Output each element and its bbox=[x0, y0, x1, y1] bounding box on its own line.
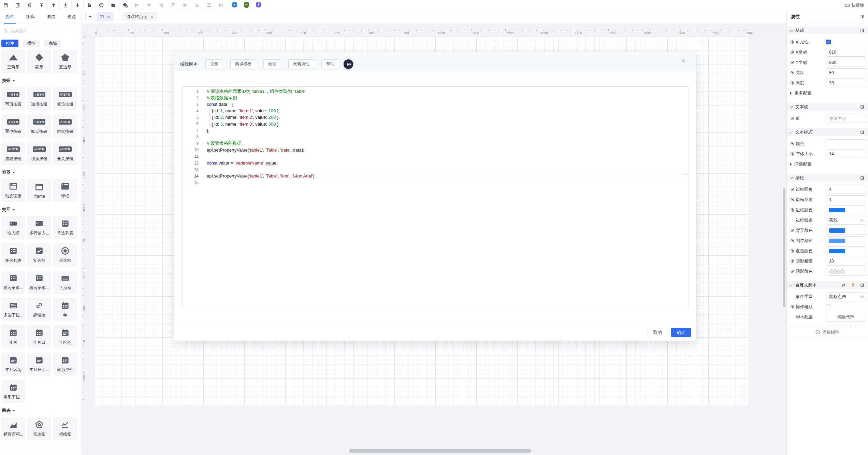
left-tab-图层[interactable]: 图层 bbox=[41, 14, 61, 20]
code-line-9[interactable]: 9// 设置表格的数据 bbox=[183, 140, 689, 147]
color-背景颜色[interactable] bbox=[826, 226, 866, 235]
prop-section-文本样式[interactable]: 文本样式 bbox=[787, 128, 868, 136]
distribute-vertical-button[interactable] bbox=[203, 0, 215, 10]
search-box[interactable] bbox=[0, 23, 82, 39]
save-button[interactable] bbox=[0, 0, 12, 10]
checkbox-可见性[interactable]: ✓ bbox=[826, 40, 831, 44]
widget-树形下拉[interactable]: 树形下拉... bbox=[1, 380, 25, 403]
panel-mini-icon[interactable] bbox=[860, 130, 865, 134]
code-line-1[interactable]: 1// 假设表格的元素ID为 'table1'，组件类型为 'Table' bbox=[183, 88, 689, 95]
folder-button[interactable] bbox=[107, 0, 119, 10]
group-button[interactable] bbox=[119, 0, 131, 10]
code-editor[interactable]: 1// 假设表格的元素ID为 'table1'，组件类型为 'Table'2//… bbox=[182, 86, 689, 309]
widget-写值按钮[interactable]: ≡BTN写值按钮 bbox=[1, 87, 25, 110]
panel-mini-icon[interactable] bbox=[860, 28, 865, 33]
move-top-button[interactable] bbox=[36, 0, 48, 10]
panel-mini-icon[interactable] bbox=[860, 283, 865, 287]
modal-button-画面[interactable]: 画面 bbox=[263, 59, 281, 69]
widget-取反按钮[interactable]: ¬BTN取反按钮 bbox=[27, 114, 51, 138]
widget-年区间[interactable]: 年区间 bbox=[53, 325, 77, 349]
widget-菱形[interactable]: 菱形 bbox=[27, 50, 51, 73]
modal-button-变量[interactable]: 变量 bbox=[205, 59, 223, 69]
prop-section-按钮[interactable]: 按钮 bbox=[787, 174, 868, 182]
input-宽度[interactable]: 80 bbox=[826, 68, 866, 77]
widget-切换按钮[interactable]: ⇌BTN切换按钮 bbox=[27, 142, 51, 165]
code-line-11[interactable]: 11 bbox=[183, 153, 689, 160]
widget-竖向菜单[interactable]: 竖向菜单... bbox=[1, 271, 25, 294]
code-line-10[interactable]: 10api.setPropertyValue('table1', 'Table'… bbox=[183, 147, 689, 153]
widget-多行输入[interactable]: 多行输入... bbox=[27, 216, 51, 239]
download-button[interactable] bbox=[252, 0, 264, 10]
pill-模型[interactable]: 模型 bbox=[23, 40, 40, 47]
prop-section-自定义脚本[interactable]: 自定义脚本 bbox=[787, 281, 868, 289]
widget-年月日区[interactable]: 年月日区... bbox=[27, 353, 51, 376]
widget-树形控件[interactable]: 树形控件 bbox=[53, 353, 77, 376]
swap-icon[interactable] bbox=[841, 283, 846, 287]
widget-年月区间[interactable]: 年月区间 bbox=[1, 353, 25, 376]
align-bottom-button[interactable] bbox=[191, 0, 203, 10]
input-边框圆角[interactable]: 4 bbox=[826, 185, 866, 194]
run-chart-button[interactable] bbox=[241, 0, 252, 10]
add-page-button[interactable]: + bbox=[85, 12, 95, 21]
code-line-6[interactable]: 6 { id: 3, name: 'Item 3', value: 300 } bbox=[183, 120, 689, 127]
widget-动态面板[interactable]: 动态面板 bbox=[1, 179, 25, 202]
modal-button-元素属性[interactable]: 元素属性 bbox=[288, 59, 314, 69]
page-tab-11[interactable]: 11✕ bbox=[97, 12, 114, 21]
copy-button[interactable] bbox=[12, 0, 24, 10]
widget-折线图[interactable]: 折线图 bbox=[53, 417, 77, 440]
select-事件类型[interactable]: 鼠标点击 bbox=[826, 292, 866, 301]
code-line-5[interactable]: 5 { id: 2, name: 'Item 2', value: 200 }, bbox=[183, 114, 689, 120]
confirm-button[interactable]: 确定 bbox=[671, 328, 691, 337]
section-title-按钮[interactable]: 按钮 bbox=[2, 78, 79, 84]
section-title-交互[interactable]: 交互 bbox=[2, 207, 79, 213]
move-bottom-button[interactable] bbox=[60, 0, 72, 10]
collapse-panel-icon[interactable] bbox=[859, 14, 864, 19]
section-title-容器[interactable]: 容器 bbox=[2, 170, 79, 175]
input-Y坐标[interactable]: 660 bbox=[826, 58, 866, 67]
widget-置位按钮[interactable]: SBTN置位按钮 bbox=[1, 114, 25, 138]
panel-mini-icon[interactable] bbox=[860, 176, 865, 180]
page-tab-待跳转页面[interactable]: 待跳转页面✕ bbox=[122, 12, 157, 21]
code-line-2[interactable]: 2// 表格数据示例 bbox=[183, 95, 689, 101]
left-tab-资源[interactable]: 资源 bbox=[61, 14, 82, 20]
cancel-button[interactable]: 取消 bbox=[648, 328, 667, 337]
widget-跳转按钮[interactable]: ↗BTN跳转按钮 bbox=[53, 114, 77, 138]
modal-button-商城模板[interactable]: 商城模板 bbox=[230, 59, 256, 69]
code-line-15[interactable]: 15 bbox=[183, 179, 689, 186]
widget-单选框[interactable]: 单选框 bbox=[53, 243, 77, 267]
select-边框线条[interactable]: 实线 bbox=[826, 216, 866, 225]
align-hcenter-button[interactable] bbox=[179, 0, 191, 10]
section-title-图表[interactable]: 图表 bbox=[2, 408, 79, 414]
input-颜色[interactable] bbox=[826, 139, 866, 148]
preview-button[interactable] bbox=[229, 0, 241, 10]
left-tab-控件[interactable]: 控件 bbox=[0, 14, 20, 20]
trash-orange-icon[interactable] bbox=[851, 283, 855, 287]
close-icon[interactable]: ✕ bbox=[680, 58, 687, 65]
close-tab-icon[interactable]: ✕ bbox=[107, 15, 110, 19]
widget-超链接[interactable]: 超链接 bbox=[27, 298, 51, 321]
search-input[interactable] bbox=[10, 29, 68, 33]
input-阴影粗细[interactable]: 10 bbox=[826, 257, 866, 266]
widget-年[interactable]: 年 bbox=[53, 298, 77, 321]
widget-横向菜单[interactable]: 横向菜单... bbox=[27, 271, 51, 294]
align-left-button[interactable] bbox=[131, 0, 143, 10]
pill-控件[interactable]: 控件 bbox=[1, 40, 18, 47]
widget-多选下拉[interactable]: 多选下拉... bbox=[1, 298, 25, 321]
code-line-4[interactable]: 4 { id: 1, name: 'Item 1', value: 100 }, bbox=[183, 108, 689, 114]
code-line-3[interactable]: 3const data = [ bbox=[183, 101, 689, 108]
move-down-button[interactable] bbox=[72, 0, 84, 10]
panel-mini-icon[interactable] bbox=[860, 105, 865, 109]
align-right-button[interactable] bbox=[155, 0, 167, 10]
modal-button-帮助[interactable]: 帮助 bbox=[321, 59, 339, 69]
align-vcenter-button[interactable] bbox=[143, 0, 155, 10]
widget-显隐按钮[interactable]: ≍BTN显隐按钮 bbox=[1, 142, 25, 165]
widget-年月日[interactable]: 年月日 bbox=[27, 325, 51, 349]
button-编辑代码[interactable]: 编辑代码 bbox=[826, 313, 866, 322]
close-tab-icon[interactable]: ✕ bbox=[150, 15, 154, 19]
pill-商城[interactable]: 商城 bbox=[44, 40, 61, 47]
ai-assistant-badge[interactable]: N bbox=[344, 59, 353, 69]
widget-复选框[interactable]: 复选框 bbox=[27, 243, 51, 267]
delete-button[interactable] bbox=[24, 0, 36, 10]
input-字体大小[interactable]: 14 bbox=[826, 150, 866, 158]
align-top-button[interactable] bbox=[167, 0, 179, 10]
